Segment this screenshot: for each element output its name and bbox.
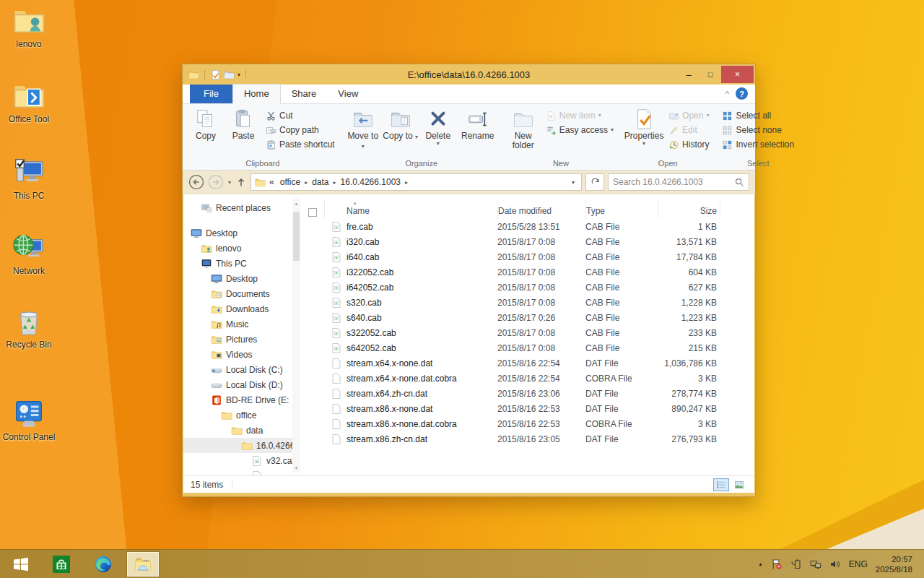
tab-home[interactable]: Home — [232, 84, 281, 104]
nav-item-v32-cab[interactable]: v32.cab — [183, 453, 300, 468]
search-input[interactable] — [609, 177, 734, 187]
new-folder-button[interactable]: New folder — [505, 107, 541, 150]
desktop-icon-recycle-bin[interactable]: Recycle Bin — [1, 305, 56, 350]
title-bar[interactable]: ▾ E:\office\data\16.0.4266.1003 – □ × — [183, 64, 755, 85]
nav-item-data[interactable]: data — [183, 423, 300, 438]
cut-button[interactable]: Cut — [263, 108, 338, 123]
nav-item-office[interactable]: office — [183, 407, 300, 423]
nav-item-bd-re-drive-e[interactable]: BD-RE Drive (E: — [183, 392, 300, 407]
forward-button[interactable] — [208, 174, 224, 190]
nav-item-local-disk-c[interactable]: Local Disk (C:) — [183, 362, 300, 377]
edit-button[interactable]: Edit — [666, 123, 712, 137]
volume-icon[interactable] — [829, 558, 841, 570]
history-dropdown-icon[interactable]: ▾ — [228, 179, 231, 186]
minimize-button[interactable]: – — [678, 66, 699, 83]
file-row-stream-x86-x-none-dat-cobra[interactable]: stream.x86.x-none.dat.cobra2015/8/16 22:… — [306, 416, 754, 431]
nav-item-documents[interactable]: Documents — [183, 286, 300, 301]
easy-access-button[interactable]: Easy access ▾ — [543, 123, 616, 137]
nav-item-desktop[interactable]: Desktop — [183, 271, 300, 286]
file-row-stream-x86-x-none-dat[interactable]: stream.x86.x-none.dat2015/8/16 22:53DAT … — [306, 401, 754, 416]
desktop-icon-this-pc[interactable]: This PC — [1, 156, 56, 201]
file-row-stream-x86-zh-cn-dat[interactable]: stream.x86.zh-cn.dat2015/8/16 23:05DAT F… — [306, 431, 754, 447]
copy-to-button[interactable]: Copy to ▾ — [383, 107, 419, 141]
nav-item-recent-places[interactable]: Recent places — [183, 200, 300, 215]
delete-button[interactable]: Delete ▾ — [420, 107, 456, 147]
file-row-stream-x64-x-none-dat-cobra[interactable]: stream.x64.x-none.dat.cobra2015/8/16 22:… — [306, 371, 754, 386]
nav-item-videos[interactable]: Videos — [183, 347, 300, 362]
move-to-button[interactable]: Move to ▾ — [345, 107, 381, 150]
file-row-s642052-cab[interactable]: s642052.cab2015/8/17 0:08CAB File215 KB — [306, 340, 754, 355]
file-row-i640-cab[interactable]: i640.cab2015/8/17 0:08CAB File17,784 KB — [306, 249, 754, 264]
refresh-button[interactable] — [585, 173, 604, 191]
nav-item-this-pc[interactable]: This PC — [183, 256, 300, 271]
tab-share[interactable]: Share — [281, 85, 328, 103]
start-button[interactable] — [6, 550, 36, 578]
file-row-i322052-cab[interactable]: i322052.cab2015/8/17 0:08CAB File604 KB — [306, 264, 754, 280]
up-button[interactable] — [235, 176, 247, 188]
file-row-fre-cab[interactable]: fre.cab2015/5/28 13:51CAB File1 KB — [306, 219, 754, 234]
action-center-flag-icon[interactable] — [771, 558, 783, 570]
new-item-button[interactable]: New item ▾ — [543, 108, 616, 123]
help-icon[interactable]: ? — [736, 87, 748, 100]
column-header-size[interactable]: Size — [658, 200, 720, 219]
large-icons-view-button[interactable] — [731, 478, 747, 491]
properties-quick-icon[interactable] — [210, 69, 221, 80]
desktop-icon-control-panel[interactable]: Control Panel — [1, 397, 56, 442]
network-icon[interactable] — [810, 558, 821, 570]
copy-path-button[interactable]: Copy path — [263, 123, 338, 137]
edge-browser-icon[interactable] — [88, 550, 118, 578]
history-button[interactable]: History — [666, 137, 712, 152]
column-header-date-modified[interactable]: Date modified — [498, 200, 586, 219]
scroll-down-icon[interactable]: ▼ — [292, 463, 300, 473]
search-icon[interactable] — [734, 177, 744, 187]
column-header-type[interactable]: Type — [586, 200, 658, 219]
paste-button[interactable]: Paste — [225, 107, 261, 141]
scroll-up-icon[interactable]: ▲ — [292, 199, 300, 208]
tab-file[interactable]: File — [190, 85, 232, 103]
select-none-button[interactable]: Select none — [719, 123, 797, 137]
file-row-s640-cab[interactable]: s640.cab2015/8/17 0:26CAB File1,223 KB — [306, 310, 754, 325]
breadcrumb[interactable]: « office▸data▸16.0.4266.1003▸ ▾ — [250, 173, 582, 191]
file-explorer-taskbar-button[interactable] — [127, 552, 159, 577]
desktop-icon-office-tool[interactable]: Office Tool — [1, 79, 56, 124]
column-header-name[interactable]: ▲Name — [325, 200, 498, 219]
invert-selection-button[interactable]: Invert selection — [719, 137, 797, 152]
file-row-stream-x64-x-none-dat[interactable]: stream.x64.x-none.dat2015/8/16 22:54DAT … — [306, 355, 754, 371]
file-row-s322052-cab[interactable]: s322052.cab2015/8/17 0:08CAB File233 KB — [306, 325, 754, 340]
tab-view[interactable]: View — [327, 85, 369, 103]
nav-item-music[interactable]: Music — [183, 316, 300, 332]
breadcrumb-segment[interactable]: office — [278, 177, 302, 187]
collapse-ribbon-icon[interactable]: ^ — [725, 90, 729, 98]
nav-item-item[interactable] — [183, 468, 300, 475]
nav-item-pictures[interactable]: Pictures — [183, 332, 300, 347]
nav-item-local-disk-d[interactable]: Local Disk (D:) — [183, 377, 300, 392]
address-dropdown-icon[interactable]: ▾ — [569, 179, 578, 186]
rename-button[interactable]: Rename — [458, 107, 498, 141]
nav-item-downloads[interactable]: Downloads — [183, 301, 300, 316]
language-indicator[interactable]: ENG — [849, 559, 868, 569]
desktop-icon-lenovo[interactable]: lenovo — [1, 4, 56, 49]
store-icon[interactable] — [46, 550, 77, 578]
nav-item-16-0-4266[interactable]: 16.0.4266 — [183, 438, 300, 453]
details-view-button[interactable] — [713, 478, 729, 491]
nav-scrollbar[interactable]: ▲ ▼ — [292, 199, 300, 473]
nav-item-desktop[interactable]: Desktop — [183, 225, 300, 241]
close-button[interactable]: × — [721, 66, 754, 83]
open-button[interactable]: Open ▾ — [666, 108, 712, 123]
file-row-i642052-cab[interactable]: i642052.cab2015/8/17 0:08CAB File627 KB — [306, 280, 754, 295]
select-all-button[interactable]: Select all — [719, 108, 797, 123]
properties-button[interactable]: Properties ▾ — [624, 107, 664, 147]
copy-button[interactable]: Copy — [188, 107, 224, 141]
explorer-icon[interactable] — [188, 69, 199, 80]
nav-item-lenovo[interactable]: lenovo — [183, 241, 300, 256]
tray-expand-icon[interactable]: ▲ — [758, 561, 763, 566]
maximize-button[interactable]: □ — [699, 66, 721, 83]
breadcrumb-segment[interactable]: data — [310, 177, 331, 187]
paste-shortcut-button[interactable]: Paste shortcut — [263, 137, 338, 152]
power-icon[interactable] — [790, 558, 802, 570]
file-row-i320-cab[interactable]: i320.cab2015/8/17 0:08CAB File13,571 KB — [306, 234, 754, 249]
clock[interactable]: 20:57 2025/8/18 — [876, 554, 912, 574]
select-all-checkbox[interactable] — [308, 208, 317, 217]
toolbar-dropdown-icon[interactable]: ▾ — [237, 72, 240, 78]
breadcrumb-segment[interactable]: 16.0.4266.1003 — [339, 177, 403, 187]
